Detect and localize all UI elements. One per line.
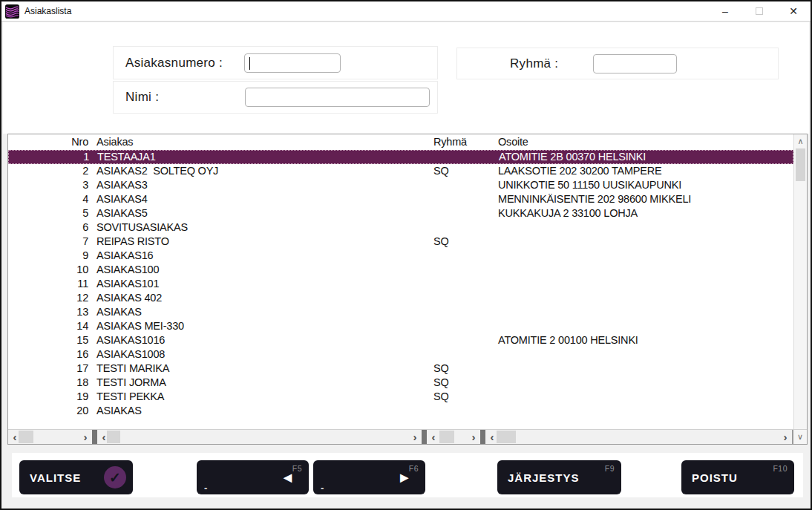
cell-nro: 20 [45,404,88,418]
valitse-label: VALITSE [30,471,81,484]
hscroll-thumb[interactable] [107,431,120,443]
table-row[interactable]: 13ASIAKAS [8,305,793,319]
table-row[interactable]: 20ASIAKAS [8,404,793,418]
cell-ryhma: SQ [433,376,449,390]
scroll-up-icon[interactable]: ∧ [794,135,807,148]
asiakasnumero-input[interactable] [244,53,341,73]
table-row[interactable]: 3ASIAKAS3UNIKKOTIE 50 11150 UUSIKAUPUNKI [8,178,793,192]
scroll-right-icon[interactable]: › [80,430,91,444]
previous-button[interactable]: F5 ◀ - [197,460,309,494]
table-row[interactable]: 4ASIAKAS4MENNINKÄISENTIE 202 98600 MIKKE… [8,192,793,206]
cell-nro: 9 [45,249,88,263]
nimi-input[interactable] [245,88,430,107]
cell-asiakas: ASIAKAS2 SOLTEQ OYJ [96,164,218,178]
customer-table: Nro Asiakas Ryhmä Osoite 1TESTAAJA1ATOMI… [7,134,808,445]
table-row[interactable]: 15ASIAKAS1016ATOMITIE 2 00100 HELSINKI [8,333,793,347]
table-row[interactable]: 10ASIAKAS100 [8,263,793,277]
table-row[interactable]: 17TESTI MARIKASQ [8,362,793,376]
table-row[interactable]: 14ASIAKAS MEI-330 [8,319,793,333]
cell-asiakas: ASIAKAS5 [96,206,148,220]
hscroll-thumb[interactable] [497,431,516,443]
fkey-label: F6 [409,464,419,473]
fkey-label: F9 [605,464,615,473]
table-row[interactable]: 18TESTI JORMASQ [8,376,793,390]
cell-nro: 2 [45,164,88,178]
ryhma-input[interactable] [593,54,677,73]
column-header-osoite: Osoite [498,136,528,148]
pane-splitter[interactable] [92,430,97,444]
cell-osoite: KUKKAKUJA 2 33100 LOHJA [498,206,638,220]
cell-asiakas: SOVITUSASIAKAS [96,220,188,235]
column-header-asiakas: Asiakas [96,136,133,148]
table-row[interactable]: 6SOVITUSASIAKAS [8,220,793,235]
prev-sub-label: - [204,483,208,494]
app-logo-icon [5,4,19,19]
column-header-ryhma: Ryhmä [433,136,467,148]
cell-nro: 10 [45,263,88,277]
cell-ryhma: SQ [433,362,449,376]
nimi-group: Nimi : [113,81,438,114]
valitse-button[interactable]: VALITSE ✓ [19,460,133,494]
fkey-label: F5 [292,464,302,473]
table-row[interactable]: 7REIPAS RISTOSQ [8,235,793,249]
cell-asiakas: TESTAAJA1 [97,151,156,163]
horizontal-scrollbars: ‹ › ‹ › ‹ › ‹ › ∨ [8,429,807,444]
jarjestys-button[interactable]: JÄRJESTYS F9 [497,460,621,494]
text-caret [249,57,250,70]
pane-splitter[interactable] [480,430,485,444]
pane-splitter[interactable] [422,430,427,444]
cell-asiakas: ASIAKAS [96,305,142,319]
cell-asiakas: ASIAKAS16 [96,249,153,263]
cell-asiakas: ASIAKAS1016 [96,333,165,347]
table-row[interactable]: 19TESTI PEKKASQ [8,390,793,404]
table-row[interactable]: 2ASIAKAS2 SOLTEQ OYJSQLAAKSOTIE 202 3020… [8,164,793,178]
hscrollbar-pane3[interactable]: ‹ › [427,430,480,444]
table-row[interactable]: 1TESTAAJA1ATOMITIE 2B 00370 HELSINKI [8,150,793,164]
hscroll-thumb[interactable] [19,431,33,443]
window-title: Asiakaslista [24,6,71,16]
table-row[interactable]: 16ASIAKAS1008 [8,347,793,362]
vertical-scrollbar[interactable]: ∧ [793,134,807,429]
minimize-button[interactable]: – [708,1,742,21]
next-sub-label: - [321,483,324,494]
button-bar: VALITSE ✓ F5 ◀ - F6 ▶ - JÄRJESTYS F9 POI… [12,453,803,497]
cell-asiakas: ASIAKAS [96,404,142,418]
scroll-right-icon[interactable]: › [780,430,790,444]
cell-ryhma: SQ [433,390,449,404]
cell-asiakas: TESTI PEKKA [96,390,164,404]
cell-nro: 11 [45,277,88,291]
scroll-left-icon[interactable]: ‹ [428,430,439,444]
cell-nro: 1 [46,151,89,163]
table-row[interactable]: 9ASIAKAS16 [8,249,793,263]
check-circle: ✓ [104,466,126,488]
poistu-button[interactable]: POISTU F10 [681,460,794,494]
close-button[interactable]: ✕ [776,1,811,21]
cell-asiakas: ASIAKAS4 [96,192,148,206]
jarjestys-label: JÄRJESTYS [508,471,580,484]
cell-asiakas: ASIAKAS100 [96,263,159,277]
scroll-down-icon[interactable]: ∨ [793,430,807,444]
cell-asiakas: ASIAKAS 402 [96,291,162,305]
scroll-right-icon[interactable]: › [410,430,420,444]
cell-nro: 5 [45,206,88,220]
table-row[interactable]: 12ASIAKAS 402 [8,291,793,305]
hscrollbar-pane1[interactable]: ‹ › [8,430,92,444]
ryhma-label: Ryhmä : [510,56,558,71]
ryhma-group: Ryhmä : [456,48,779,79]
app-window: Asiakaslista – ✕ Asiakasnumero : Nimi : … [0,0,812,510]
scroll-left-icon[interactable]: ‹ [487,430,497,444]
maximize-icon [756,7,763,15]
table-row[interactable]: 5ASIAKAS5KUKKAKUJA 2 33100 LOHJA [8,206,793,220]
table-header: Nro Asiakas Ryhmä Osoite [8,134,793,150]
table-row[interactable]: 11ASIAKAS101 [8,277,793,291]
vertical-scroll-thumb[interactable] [796,148,805,181]
scroll-right-icon[interactable]: › [468,430,479,444]
cell-osoite: ATOMITIE 2B 00370 HELSINKI [499,151,646,163]
hscrollbar-pane4[interactable]: ‹ › [485,430,792,444]
hscrollbar-pane2[interactable]: ‹ › [97,430,422,444]
hscroll-thumb[interactable] [439,431,454,443]
next-button[interactable]: F6 ▶ - [313,460,425,494]
maximize-button[interactable] [742,1,776,21]
table-body: 1TESTAAJA1ATOMITIE 2B 00370 HELSINKI2ASI… [8,150,793,429]
cell-osoite: UNIKKOTIE 50 11150 UUSIKAUPUNKI [498,178,681,192]
